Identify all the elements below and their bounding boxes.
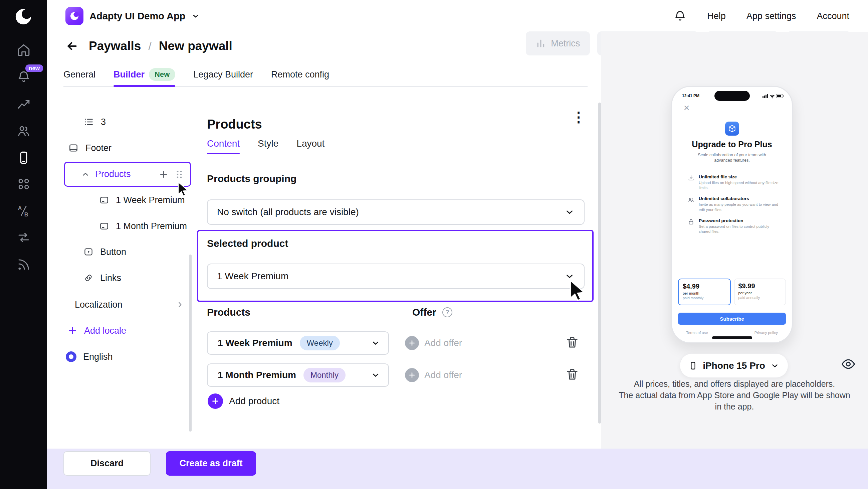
- bottom-action-bar: Discard Create as draft: [47, 449, 868, 489]
- selected-product-select[interactable]: 1 Week Premium: [207, 263, 585, 289]
- nav-ab-tests-icon[interactable]: AB: [17, 204, 31, 218]
- tree-item-footer[interactable]: Footer: [68, 140, 112, 156]
- paywall-tabs: General Builder New Legacy Builder Remot…: [63, 63, 588, 87]
- discard-button[interactable]: Discard: [63, 451, 151, 476]
- feature-desc: Upload files on high speed without any f…: [699, 180, 780, 191]
- delete-product-button[interactable]: [565, 367, 579, 381]
- add-offer-button[interactable]: Add offer: [405, 336, 462, 350]
- tab-general-label: General: [63, 69, 95, 80]
- plan-card-yearly[interactable]: $9.99 per year paid annually: [734, 279, 786, 305]
- tree-item-links[interactable]: Links: [84, 269, 121, 286]
- nav-analytics-icon[interactable]: [17, 97, 31, 112]
- nav-events-icon[interactable]: [17, 258, 31, 271]
- breadcrumb-separator: /: [148, 40, 151, 53]
- offer-label: Offer: [412, 307, 436, 318]
- feature-item: Password protection Set a password on fi…: [687, 218, 784, 234]
- tab-legacy-builder[interactable]: Legacy Builder: [193, 63, 253, 86]
- tab-legacy-builder-label: Legacy Builder: [193, 69, 253, 80]
- footer-layout-icon: [68, 143, 79, 153]
- product-row-select[interactable]: 1 Month Premium Monthly: [207, 364, 389, 387]
- editor-tab-layout[interactable]: Layout: [297, 138, 324, 154]
- legal-links: Terms of use Privacy policy: [686, 331, 778, 335]
- tab-builder-new-badge: New: [149, 68, 175, 81]
- editor-tab-content[interactable]: Content: [207, 138, 240, 154]
- subscribe-button[interactable]: Subscribe: [678, 313, 786, 325]
- adapty-logo-icon[interactable]: [13, 6, 34, 27]
- section-menu-kebab-icon[interactable]: ⋮: [571, 110, 586, 124]
- delete-product-button[interactable]: [565, 335, 579, 349]
- paywall-close-icon[interactable]: ✕: [683, 104, 690, 112]
- tab-general[interactable]: General: [63, 63, 95, 86]
- app-settings-link[interactable]: App settings: [746, 11, 796, 21]
- feature-item: Unlimited file size Upload files on high…: [687, 174, 784, 191]
- add-offer-button[interactable]: Add offer: [405, 368, 462, 382]
- account-link[interactable]: Account: [816, 11, 849, 21]
- terms-link[interactable]: Terms of use: [686, 331, 708, 335]
- breadcrumb-parent[interactable]: Paywalls: [89, 39, 141, 53]
- device-selector[interactable]: iPhone 15 Pro: [680, 353, 788, 378]
- status-icons: [763, 93, 784, 99]
- nav-notifications-icon[interactable]: new: [17, 70, 31, 84]
- add-locale-button[interactable]: Add locale: [67, 322, 126, 339]
- plan-card-monthly[interactable]: $4.99 per month paid monthly: [678, 279, 731, 305]
- add-component-plus-icon[interactable]: [159, 169, 168, 179]
- plus-icon: [67, 326, 78, 336]
- tree-item-week-premium[interactable]: 1 Week Premium: [99, 192, 185, 208]
- plus-circle-icon: [208, 394, 223, 409]
- svg-text:B: B: [24, 211, 28, 218]
- offer-help-icon[interactable]: ?: [442, 307, 452, 317]
- chevron-right-icon: [176, 300, 184, 309]
- metrics-button[interactable]: Metrics: [526, 31, 590, 55]
- chevron-down-icon: [371, 370, 380, 380]
- nav-placements-icon[interactable]: [17, 177, 31, 191]
- chevron-down-icon: [564, 207, 575, 217]
- product-row-select[interactable]: 1 Week Premium Weekly: [207, 332, 389, 355]
- chevron-down-icon: [771, 362, 779, 370]
- nav-customers-icon[interactable]: [17, 124, 31, 138]
- tree-scrollbar[interactable]: [189, 255, 192, 432]
- tree-month-premium-label: 1 Month Premium: [116, 221, 187, 231]
- editor-tab-style[interactable]: Style: [258, 138, 278, 154]
- tree-item-products-selected[interactable]: Products: [64, 162, 191, 187]
- tree-item-button[interactable]: Button: [84, 243, 126, 260]
- preview-panel: 12:41 PM ✕ Upgrade to Pro Plus Scale col…: [601, 32, 868, 449]
- app-selector[interactable]: Adapty UI Demo App: [65, 5, 200, 27]
- locale-radio-selected[interactable]: [66, 351, 76, 362]
- editor-tab-layout-label: Layout: [297, 138, 324, 149]
- paywall-builder-page: new AB Adapty UI Demo App: [0, 0, 868, 489]
- nav-paywalls-icon[interactable]: [17, 151, 31, 165]
- feature-title: Password protection: [699, 218, 780, 223]
- tree-item-locale-english[interactable]: English: [66, 348, 113, 365]
- tree-item-month-premium[interactable]: 1 Month Premium: [99, 218, 187, 234]
- button-component-icon: [84, 247, 93, 257]
- feature-desc: Invite as many people as you want to vie…: [699, 202, 780, 212]
- tree-item-localization[interactable]: Localization: [75, 296, 191, 313]
- drag-handle-icon[interactable]: [175, 169, 184, 179]
- plan-billing: paid monthly: [683, 296, 726, 300]
- chevron-down-icon: [191, 12, 200, 20]
- chevron-up-icon[interactable]: [81, 170, 90, 179]
- tab-remote-config-label: Remote config: [271, 69, 329, 80]
- help-link[interactable]: Help: [707, 11, 726, 21]
- products-grouping-value: No switch (all products are visible): [217, 207, 359, 218]
- nav-home-icon[interactable]: [17, 43, 31, 57]
- tab-remote-config[interactable]: Remote config: [271, 63, 329, 86]
- preview-visibility-button[interactable]: [839, 357, 857, 371]
- tab-builder[interactable]: Builder New: [114, 63, 175, 86]
- back-button[interactable]: [65, 39, 79, 53]
- privacy-link[interactable]: Privacy policy: [754, 331, 778, 335]
- plus-circle-icon: [405, 368, 419, 382]
- tree-item-counter[interactable]: 3: [84, 114, 106, 130]
- products-grouping-label: Products grouping: [207, 173, 297, 184]
- nav-integrations-icon[interactable]: [17, 230, 31, 244]
- notifications-bell-button[interactable]: [674, 10, 686, 22]
- nav-rail: new AB: [0, 0, 47, 489]
- create-as-draft-button[interactable]: Create as draft: [166, 451, 256, 476]
- plan-period: per month: [683, 291, 726, 295]
- editor-scrollbar[interactable]: [598, 103, 601, 424]
- home-indicator: [712, 336, 752, 339]
- add-offer-label: Add offer: [424, 370, 462, 380]
- tree-links-label: Links: [100, 273, 121, 283]
- products-grouping-select[interactable]: No switch (all products are visible): [207, 199, 585, 225]
- add-product-button[interactable]: Add product: [208, 394, 279, 409]
